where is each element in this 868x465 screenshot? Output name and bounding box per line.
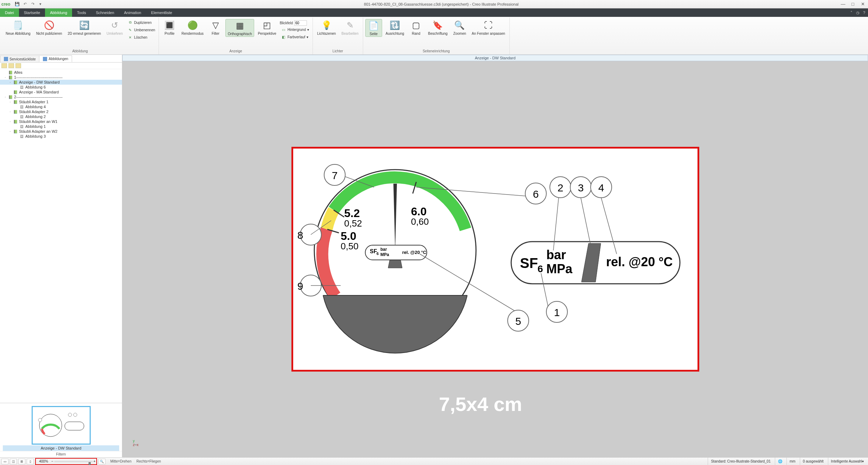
beschriftung-button[interactable]: 🔖Beschriftung xyxy=(426,19,450,36)
tab-abbildung[interactable]: Abbildung xyxy=(45,8,72,17)
tree-node[interactable]: 🖼Abbildung 6 xyxy=(0,85,122,90)
status-mode[interactable]: Intelligente Auswahl ▾ xyxy=(828,458,867,465)
fig-icon: 🖼 xyxy=(19,85,24,89)
help-icon[interactable]: ? xyxy=(863,11,865,15)
tree-node-label: Anzeige - DW Standard xyxy=(19,80,60,84)
tree-toolbar-btn1[interactable] xyxy=(1,63,7,68)
regenerate-2d-button[interactable]: 🔄2D erneut generieren xyxy=(66,19,103,36)
qat-undo-icon[interactable]: ↶ xyxy=(22,1,28,7)
hintergrund-button[interactable]: ▭Hintergrund ▾ xyxy=(280,26,310,33)
tree-node[interactable]: -📗Stäubli Adapter 1 xyxy=(0,99,122,104)
tree-node[interactable]: -📗Stäubli Adapter an W2 xyxy=(0,129,122,134)
tree-node[interactable]: -📗Anzeige - DW Standard xyxy=(0,80,122,85)
tree-node[interactable]: 📗Alles xyxy=(0,70,122,75)
tab-schneiden[interactable]: Schneiden xyxy=(91,8,119,17)
axis-x-icon: x xyxy=(137,443,139,447)
ausrichtung-button[interactable]: 🔃Ausrichtung xyxy=(384,19,406,36)
lichtszenen-button[interactable]: 💡Lichtszenen xyxy=(315,19,338,36)
thumbnail[interactable] xyxy=(32,406,91,445)
status-standard[interactable]: Standard: Creo-Illustrate-Standard_01 xyxy=(708,458,773,465)
filtern-label[interactable]: Filtern xyxy=(0,451,122,457)
zoom-value[interactable]: 400% xyxy=(37,459,51,463)
tree-node[interactable]: 📗Anzeige - MA Standard xyxy=(0,90,122,94)
blickfeld-input[interactable] xyxy=(294,20,307,26)
tab-abbildungen[interactable]: Abbildungen xyxy=(39,55,72,62)
tab-elementliste[interactable]: Elementliste xyxy=(146,8,177,17)
tree-toolbar-btn2[interactable] xyxy=(8,63,14,68)
neue-abbildung-button[interactable]: 🗒️Neue Abbildung xyxy=(4,19,33,36)
zoom-fit-button[interactable]: 🔍 xyxy=(98,459,105,464)
expand-icon[interactable]: - xyxy=(8,120,12,123)
orthographisch-button[interactable]: ▦Orthographisch xyxy=(225,19,254,37)
an-fenster-button[interactable]: ⛶An Fenster anpassen xyxy=(470,19,507,36)
zoom-slider-thumb[interactable] xyxy=(89,462,91,465)
zoom-slider[interactable] xyxy=(54,461,93,462)
svg-point-2 xyxy=(38,418,42,422)
fig-icon: 🖼 xyxy=(19,105,24,109)
maximize-button[interactable]: □ xyxy=(849,1,857,7)
tree-node[interactable]: 🖼Abbildung 1 xyxy=(0,124,122,129)
tree-node[interactable]: -📗2------------------------------------ xyxy=(0,94,122,99)
tab-servicestueckliste[interactable]: Servicestückliste xyxy=(0,55,39,62)
minimize-button[interactable]: — xyxy=(839,1,847,7)
status-globe-icon[interactable]: 🌐 xyxy=(775,458,785,465)
expand-icon[interactable]: - xyxy=(8,100,12,104)
tree-node[interactable]: -📗Stäubli Adapter an W1 xyxy=(0,119,122,124)
zoom-out-button[interactable]: − xyxy=(51,459,53,463)
rendermodus-button[interactable]: 🟢Rendermodus xyxy=(179,19,206,36)
ribbon-collapse-icon[interactable]: ˄ xyxy=(850,11,853,15)
expand-icon[interactable]: - xyxy=(8,130,12,133)
svg-text:5: 5 xyxy=(515,315,521,327)
filter-button[interactable]: ▽Filter xyxy=(207,19,224,36)
expand-icon[interactable]: - xyxy=(8,80,12,84)
nicht-publizieren-button[interactable]: 🚫Nicht publizieren xyxy=(34,19,64,36)
tree-node[interactable]: 🖼Abbildung 3 xyxy=(0,134,122,139)
svg-text:8: 8 xyxy=(297,229,303,241)
close-button[interactable]: ✕ xyxy=(859,1,867,7)
qat-dropdown-icon[interactable]: ▾ xyxy=(38,1,43,7)
zoom-control-highlighted: 400% − + xyxy=(35,458,97,465)
status-bar: ▭ ◫ ⊞ ▯ 400% − + 🔍 Mitte=Drehen Rechts=F… xyxy=(0,457,868,465)
page-icon: 📗 xyxy=(13,119,18,124)
settings-icon[interactable]: ◷ xyxy=(856,11,860,15)
main-area: Servicestückliste Abbildungen 📗Alles-📗1-… xyxy=(0,55,868,457)
figure-tree[interactable]: 📗Alles-📗1-------------------------------… xyxy=(0,69,122,403)
file-tab[interactable]: Datei xyxy=(0,8,19,17)
left-tabs: Servicestückliste Abbildungen xyxy=(0,55,122,63)
loeschen-button[interactable]: ✕Löschen xyxy=(126,34,156,41)
duplizieren-button[interactable]: ⧉Duplizieren xyxy=(126,19,156,26)
view-mode-1-button[interactable]: ▭ xyxy=(1,459,8,464)
tree-node[interactable]: -📗1------------------------------------ xyxy=(0,75,122,80)
zoom-in-button[interactable]: + xyxy=(94,459,96,463)
seite-button[interactable]: 📄Seite xyxy=(365,19,382,37)
tab-animation[interactable]: Animation xyxy=(119,8,146,17)
expand-icon[interactable]: - xyxy=(4,95,7,99)
group-anzeige-label: Anzeige xyxy=(161,48,310,54)
svg-rect-1 xyxy=(65,422,84,430)
umbenennen-button[interactable]: ✎Umbenennen xyxy=(126,26,156,33)
qat-save-icon[interactable]: 💾 xyxy=(14,1,20,7)
expand-icon[interactable]: - xyxy=(8,110,12,113)
tab-tools[interactable]: Tools xyxy=(72,8,91,17)
rand-button[interactable]: ▢Rand xyxy=(408,19,425,36)
farbverlauf-button[interactable]: ◧Farbverlauf ▾ xyxy=(280,33,310,40)
profile-button[interactable]: 🔳Profile xyxy=(161,19,178,36)
view-mode-4-button[interactable]: ▯ xyxy=(27,459,34,464)
perspektive-button[interactable]: ◰Perspektive xyxy=(256,19,278,36)
tab-startseite[interactable]: Startseite xyxy=(19,8,45,17)
tree-node[interactable]: -📗Stäubli Adapter 2 xyxy=(0,109,122,114)
expand-icon[interactable]: - xyxy=(4,76,7,79)
umkehren-button: ↺Umkehren xyxy=(104,19,125,36)
tree-node[interactable]: 🖼Abbildung 2 xyxy=(0,114,122,119)
view-mode-3-button[interactable]: ⊞ xyxy=(18,459,25,464)
view-mode-2-button[interactable]: ◫ xyxy=(10,459,17,464)
quick-access-toolbar: 💾 ↶ ↷ ▾ xyxy=(14,1,43,7)
zoomen-button[interactable]: 🔍Zoomen xyxy=(451,19,468,36)
tree-toolbar-btn3[interactable] xyxy=(15,63,21,68)
canvas[interactable]: SF6 bar MPa rel. @20 °C 5.2 0,52 5.0 0,5… xyxy=(122,61,868,457)
new-figure-icon: 🗒️ xyxy=(12,20,24,31)
tree-node-label: Stäubli Adapter an W1 xyxy=(19,119,57,124)
tree-node[interactable]: 🖼Abbildung 4 xyxy=(0,104,122,109)
qat-redo-icon[interactable]: ↷ xyxy=(30,1,36,7)
status-unit[interactable]: mm xyxy=(786,458,798,465)
